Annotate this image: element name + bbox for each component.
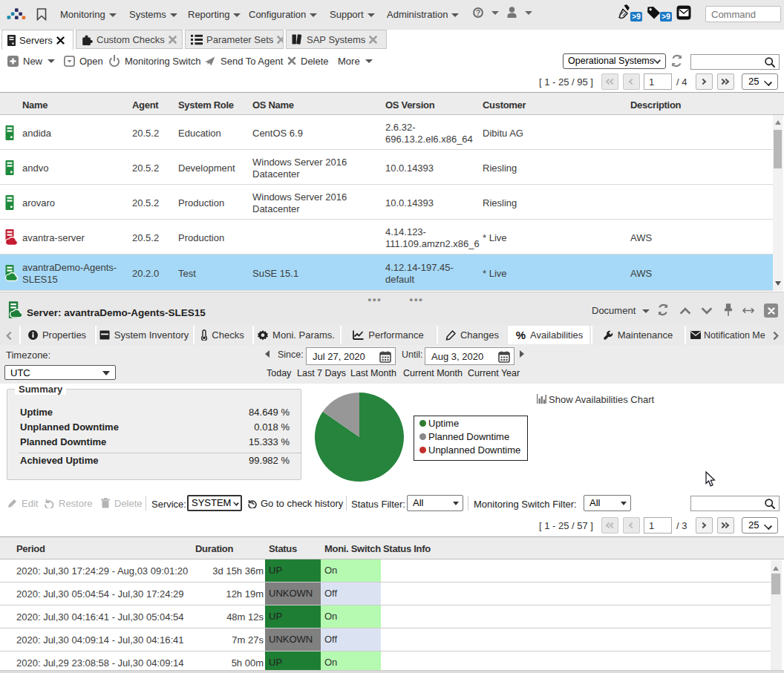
svg-text:?: ? bbox=[476, 9, 480, 17]
